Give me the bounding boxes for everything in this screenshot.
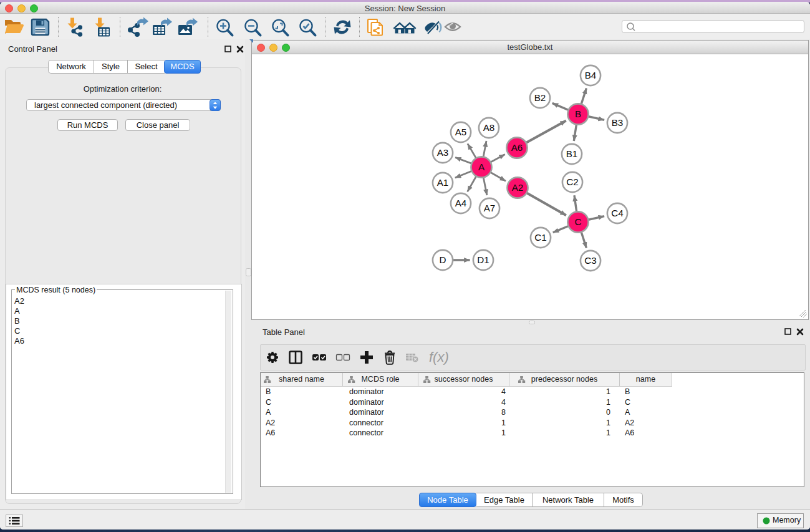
svg-text:B4: B4: [585, 70, 597, 80]
svg-text:D1: D1: [477, 254, 489, 265]
svg-text:A1: A1: [437, 177, 449, 188]
svg-text:A6: A6: [511, 142, 523, 153]
svg-text:A3: A3: [437, 147, 449, 158]
svg-text:B: B: [575, 109, 581, 119]
svg-text:C3: C3: [584, 255, 596, 266]
svg-text:A4: A4: [455, 198, 467, 208]
svg-text:A: A: [478, 162, 485, 172]
svg-text:C2: C2: [566, 177, 578, 187]
svg-text:B2: B2: [534, 92, 546, 103]
svg-text:C1: C1: [534, 232, 546, 243]
svg-text:f(x): f(x): [429, 349, 449, 365]
svg-text:A2: A2: [512, 182, 524, 193]
svg-text:C: C: [575, 216, 582, 227]
svg-text:D: D: [440, 254, 446, 265]
svg-text:B3: B3: [612, 117, 624, 128]
svg-text:A7: A7: [484, 203, 496, 213]
svg-text:A5: A5: [455, 127, 467, 137]
svg-text:C4: C4: [611, 208, 623, 218]
svg-text:A8: A8: [483, 122, 495, 133]
svg-text:B1: B1: [566, 148, 578, 159]
